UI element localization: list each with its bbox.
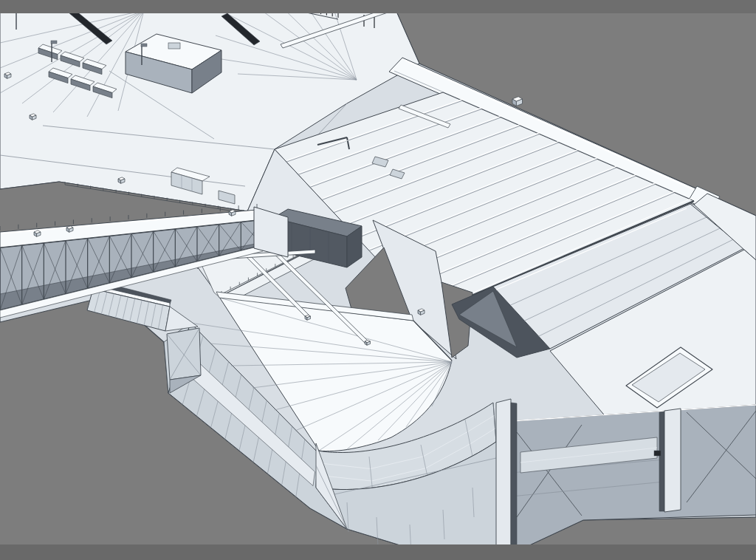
letterbox-top-band — [0, 0, 756, 13]
viewport-3d-render[interactable] — [0, 0, 756, 560]
letterbox-bottom-band — [0, 544, 756, 560]
model-scene — [0, 0, 756, 560]
